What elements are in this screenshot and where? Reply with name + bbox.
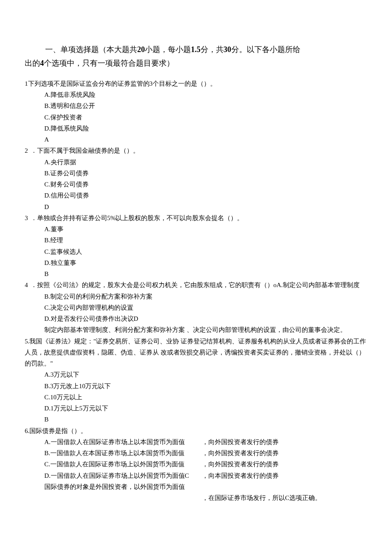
q6-explain-left: 国际债券的对象是外国投资者，以外国货币为面值 bbox=[44, 481, 202, 492]
q6-explain-left-empty bbox=[44, 492, 202, 503]
q1-stem: 1下列选项不是国际证监会分布的证券监管的3个目标之一的是（）。 bbox=[25, 78, 367, 89]
q6-c-right: ，向外国投资者发行的债券 bbox=[202, 459, 367, 470]
question-2: 2．下面不属于我国金融债券的是（）。 A.央行票据 B.证券公司债券 C.财务公… bbox=[25, 145, 367, 212]
q5-option-a: A.3万元以下 bbox=[44, 369, 367, 380]
q2-option-b: B.证券公司债券 bbox=[44, 168, 367, 179]
q6-c-left: C.一国借款人在国际证券市场上以外国货币为面值 bbox=[44, 459, 202, 470]
q4-option-d: D.对是否发行公司债券作出决议D bbox=[44, 313, 367, 324]
q5-option-b: B.3万元改上10万元以下 bbox=[44, 381, 367, 392]
q6-options: A.一国借款人在国际证券市场上以本国货币为面值 ，向外国投资者发行的债券 B.一… bbox=[25, 436, 367, 504]
q6-option-c: C.一国借款人在国际证券市场上以外国货币为面值 ，向外国投资者发行的债券 bbox=[44, 459, 367, 470]
q1-answer: A bbox=[25, 134, 367, 145]
n-options: 4 bbox=[40, 59, 44, 67]
q2-num: 2 bbox=[25, 147, 31, 154]
question-3: 3．单独或合并持有证券公司5%以上股权的股东，不可以向股东会提名（）。 A.董事… bbox=[25, 212, 367, 280]
q3-stem-text: ．单独或合并持有证券公司5%以上股权的股东，不可以向股东会提名（）。 bbox=[31, 215, 244, 221]
q5-option-d: D.1万元以上5万元以下 bbox=[44, 403, 367, 414]
title-part4: 分。以下各小题所给 bbox=[231, 45, 300, 54]
section-title: 一、单项选择题（本大题共20小题，每小题1.5分，共30分。以下各小题所给 出的… bbox=[25, 43, 367, 70]
q3-option-c: C.监事候选人 bbox=[44, 246, 367, 257]
q6-d-left: D.一国借款人在国际证券市场上以外国货币为面值C bbox=[44, 470, 202, 481]
q3-option-a: A.董事 bbox=[44, 224, 367, 235]
q3-option-b: B.经理 bbox=[44, 235, 367, 246]
q5-options: A.3万元以下 B.3万元改上10万元以下 C.10万元以上 D.1万元以上5万… bbox=[25, 369, 367, 414]
question-4: 4．按照《公司法》的规定，股东大会是公司权力机关，它由股东组成，它的职责有（）o… bbox=[25, 279, 367, 335]
q2-option-d: D.信用公司债券 bbox=[44, 190, 367, 201]
q2-option-a: A.央行票据 bbox=[44, 157, 367, 168]
title-part2: 小题，每小题 bbox=[145, 45, 191, 54]
q6-a-left: A.一国借款人在国际证券市场上以本国货币为面值 bbox=[44, 436, 202, 447]
total-points: 30 bbox=[224, 45, 231, 54]
q4-explain: 制定内部基本管理制度、利润分配方案和弥补方案 、决定公司内部管理机构的设置，由公… bbox=[25, 324, 367, 335]
question-6: 6.国际债券是指（）。 A.一国借款人在国际证券市场上以本国货币为面值 ，向外国… bbox=[25, 425, 367, 504]
q5-option-c: C.10万元以上 bbox=[44, 392, 367, 403]
q4-num: 4 bbox=[25, 282, 31, 288]
q6-option-d: D.一国借款人在国际证券市场上以外国货币为面值C ，向本国投资者发行的债券 bbox=[44, 470, 367, 481]
q4-stem: 4．按照《公司法》的规定，股东大会是公司权力机关，它由股东组成，它的职责有（）o… bbox=[25, 279, 367, 291]
q3-options: A.董事 B.经理 C.监事候选人 D.独立董事 bbox=[25, 224, 367, 268]
q4-options: B.制定公司的利润分配方案和弥补方案 C.决定公司内部管理机构的设置 D.对是否… bbox=[25, 291, 367, 325]
title-part1: 一、单项选择题（本大题共 bbox=[45, 45, 137, 54]
points-each: 1.5 bbox=[191, 45, 201, 54]
q5-answer: B bbox=[25, 414, 367, 425]
question-5: 5.我国《证券法》规定："证券交易所、证券公司、业协 证券登记结算机构、证券服务… bbox=[25, 336, 367, 425]
q3-stem: 3．单独或合并持有证券公司5%以上股权的股东，不可以向股东会提名（）。 bbox=[25, 212, 367, 224]
q4-option-b: B.制定公司的利润分配方案和弥补方案 bbox=[44, 291, 367, 302]
title-part3: 分，共 bbox=[201, 45, 224, 54]
q1-option-b: B.透明和信息公开 bbox=[44, 100, 367, 111]
q1-option-a: A.降低非系统风险 bbox=[44, 89, 367, 100]
q6-stem: 6.国际债券是指（）。 bbox=[25, 425, 367, 436]
q3-num: 3 bbox=[25, 215, 31, 221]
title-line2-part1: 出的 bbox=[25, 59, 40, 67]
q6-a-right: ，向外国投资者发行的债券 bbox=[202, 436, 367, 447]
q6-option-b: B.一国借款人在本国证券市场上以本国货币为面值 ，向外国投资者发行的债券 bbox=[44, 447, 367, 459]
q2-options: A.央行票据 B.证券公司债券 C.财务公司债券 D.信用公司债券 bbox=[25, 157, 367, 201]
q5-stem: 5.我国《证券法》规定："证券交易所、证券公司、业协 证券登记结算机构、证券服务… bbox=[25, 336, 367, 369]
q6-option-a: A.一国借款人在国际证券市场上以本国货币为面值 ，向外国投资者发行的债券 bbox=[44, 436, 367, 447]
q6-explain-row2: ，在国际证券市场发行，所以C选项正确。 bbox=[44, 492, 367, 503]
n-questions: 20 bbox=[137, 45, 145, 54]
q2-answer: D bbox=[25, 201, 367, 212]
q3-answer: B bbox=[25, 268, 367, 279]
q6-explain-right: ，在国际证券市场发行，所以C选项正确。 bbox=[202, 492, 367, 503]
q1-option-c: C.保护投资者 bbox=[44, 112, 367, 123]
q2-stem: 2．下面不属于我国金融债券的是（）。 bbox=[25, 145, 367, 156]
question-1: 1下列选项不是国际证监会分布的证券监管的3个目标之一的是（）。 A.降低非系统风… bbox=[25, 78, 367, 145]
q6-d-right: ，向本国投资者发行的债券 bbox=[202, 470, 367, 481]
q1-option-d: D.降低系统风险 bbox=[44, 123, 367, 134]
q6-explain-row1: 国际债券的对象是外国投资者，以外国货币为面值 bbox=[44, 481, 367, 492]
q6-b-right: ，向外国投资者发行的债券 bbox=[202, 447, 367, 459]
q2-stem-text: ．下面不属于我国金融债券的是（）。 bbox=[31, 147, 139, 154]
q4-stem-text: ．按照《公司法》的规定，股东大会是公司权力机关，它由股东组成，它的职责有（）oA… bbox=[31, 282, 360, 288]
q6-b-left: B.一国借款人在本国证券市场上以本国货币为面值 bbox=[44, 447, 202, 459]
q6-explain-right-empty bbox=[202, 481, 367, 492]
q2-option-c: C.财务公司债券 bbox=[44, 179, 367, 190]
q1-options: A.降低非系统风险 B.透明和信息公开 C.保护投资者 D.降低系统风险 bbox=[25, 89, 367, 134]
q3-option-d: D.独立董事 bbox=[44, 257, 367, 268]
title-line2-part2: 个选项中，只有一项最符合题目要求） bbox=[44, 59, 174, 67]
q4-option-c: C.决定公司内部管理机构的设置 bbox=[44, 302, 367, 313]
